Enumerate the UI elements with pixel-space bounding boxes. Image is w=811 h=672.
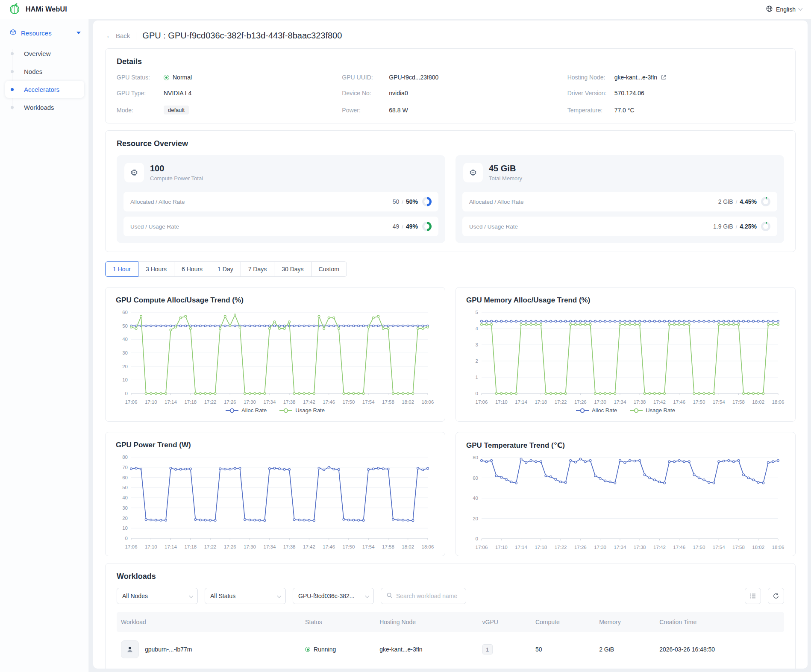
filter-select-0[interactable]: All Nodes [117,588,198,604]
svg-text:17:42: 17:42 [653,399,666,405]
back-button[interactable]: ← Back [106,32,130,40]
svg-text:17:18: 17:18 [535,399,547,405]
column-settings-button[interactable] [745,588,761,604]
search-icon [386,592,393,600]
svg-text:40: 40 [122,337,128,342]
svg-text:17:38: 17:38 [283,399,296,405]
person-icon [125,645,135,654]
detail-field: GPU Status:Normal [117,74,333,81]
svg-text:18:06: 18:06 [422,399,434,405]
legend-item[interactable]: Usage Rate [279,407,325,414]
svg-text:18:02: 18:02 [752,399,764,405]
svg-text:17:46: 17:46 [323,399,335,405]
workload-avatar [121,640,139,658]
globe-icon [766,5,773,14]
column-header-workload: Workload [121,619,305,625]
content-panel: ← Back GPU : GPU-f9cd036c-382f-b13d-443f… [93,21,808,669]
hosting-node-link[interactable]: gke-kant...e-3fln [614,74,667,81]
svg-text:17:26: 17:26 [574,545,587,550]
column-header-memory: Memory [599,619,659,625]
svg-text:10: 10 [122,377,128,382]
svg-text:17:58: 17:58 [732,545,745,550]
time-tab-1-day[interactable]: 1 Day [210,261,241,277]
svg-text:17:42: 17:42 [653,545,666,550]
svg-text:0: 0 [476,391,478,396]
language-label: English [776,6,796,13]
language-selector[interactable]: English [766,5,802,14]
detail-field: Device No:nvidia0 [342,90,558,97]
back-label: Back [116,32,130,39]
donut-gauge [761,197,770,206]
legend-marker-icon [226,408,238,413]
resource-caption: Total Memory [489,175,522,182]
svg-text:17:30: 17:30 [244,399,256,405]
brand: HAMi WebUI [9,2,67,17]
filter-select-1[interactable]: All Status [205,588,286,604]
time-tab-30-days[interactable]: 30 Days [274,261,311,277]
detail-field: GPU Type:NVIDIA L4 [117,90,333,97]
svg-text:80: 80 [473,455,478,460]
svg-text:40: 40 [473,496,478,501]
svg-text:17:34: 17:34 [614,399,626,405]
svg-text:17:54: 17:54 [713,399,725,405]
svg-text:70: 70 [122,465,128,470]
filter-select-2[interactable]: GPU-f9cd036c-382... [293,588,374,604]
legend-marker-icon [630,408,643,413]
sidebar-item-accelerators[interactable]: Accelerators [5,81,84,98]
resource-stat-row: Used / Usage Rate49/49% [123,217,438,236]
legend-item[interactable]: Alloc Rate [576,407,617,414]
filter-value: All Status [210,593,235,599]
workload-search[interactable] [381,588,466,604]
filter-value: GPU-f9cd036c-382... [298,593,355,599]
time-tab-1-hour[interactable]: 1 Hour [105,261,138,277]
time-tab-7-days[interactable]: 7 Days [241,261,275,277]
chart-title: GPU Compute Alloc/Usage Trend (%) [116,296,435,305]
hami-logo-icon [9,2,21,17]
resource-caption: Compute Power Total [150,175,203,182]
svg-text:17:06: 17:06 [476,399,488,405]
svg-text:17:22: 17:22 [204,399,217,405]
svg-text:17:18: 17:18 [535,545,547,550]
legend-item[interactable]: Alloc Rate [226,407,267,414]
svg-text:30: 30 [122,350,128,355]
main-area: ← Back GPU : GPU-f9cd036c-382f-b13d-443f… [89,19,811,672]
workload-search-input[interactable] [396,593,460,599]
sidebar-item-workloads[interactable]: Workloads [5,99,84,116]
chart-card-0: GPU Compute Alloc/Usage Trend (%)0102030… [105,287,445,422]
column-header-compute: Compute [535,619,599,625]
field-label: GPU UUID: [342,74,389,81]
svg-text:17:50: 17:50 [343,544,355,549]
back-arrow-icon: ← [106,32,113,40]
mode-badge: default [164,106,189,114]
workload-creation-time: 2026-03-26 16:48:50 [659,646,780,653]
time-tab-custom[interactable]: Custom [311,261,347,277]
svg-text:17:38: 17:38 [283,544,296,549]
resource-stat-row: Used / Usage Rate1.9 GiB/4.25% [462,217,777,236]
status-normal-icon [164,75,169,80]
details-grid: GPU Status:NormalGPU UUID:GPU-f9cd...23f… [117,74,784,114]
donut-gauge [422,197,432,206]
svg-text:50: 50 [122,323,128,329]
sidebar-item-label: Overview [24,50,51,57]
resource-card: 45 GiBTotal MemoryAllocated / Alloc Rate… [455,155,784,243]
legend-item[interactable]: Usage Rate [630,407,675,414]
svg-text:18:02: 18:02 [402,544,414,549]
sidebar-item-nodes[interactable]: Nodes [5,63,84,80]
sidebar-item-overview[interactable]: Overview [5,45,84,62]
svg-text:17:06: 17:06 [125,399,138,405]
workload-name[interactable]: gpuburn-...-lb77m [145,646,192,653]
resource-overview-card: Resource Overview 100Compute Power Total… [105,130,796,252]
details-card: Details GPU Status:NormalGPU UUID:GPU-f9… [105,48,796,123]
sidebar: Resources OverviewNodesAcceleratorsWorkl… [0,19,89,672]
svg-text:17:06: 17:06 [125,544,138,549]
workload-compute: 50 [535,646,599,653]
svg-text:17:10: 17:10 [145,544,157,549]
refresh-button[interactable] [768,588,784,604]
field-label: Mode: [117,107,164,114]
time-tab-3-hours[interactable]: 3 Hours [138,261,174,277]
sidebar-section-resources[interactable]: Resources [0,25,88,41]
time-tab-6-hours[interactable]: 6 Hours [174,261,210,277]
svg-text:17:14: 17:14 [515,545,527,550]
field-label: GPU Status: [117,74,164,81]
status-running-icon [305,647,310,652]
